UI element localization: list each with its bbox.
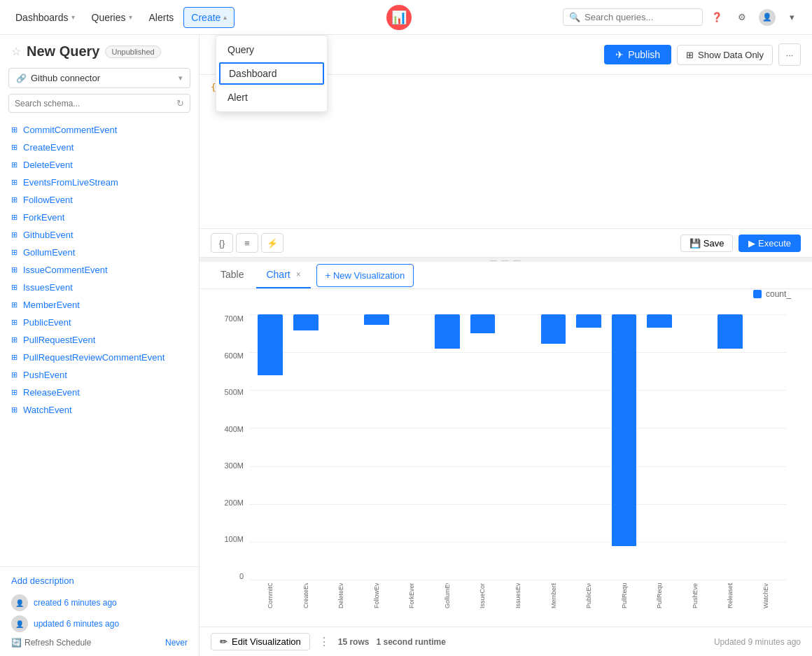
tab-new-visualization[interactable]: + New Visualization [316, 264, 414, 287]
show-data-button[interactable]: ⊞ Show Data Only [677, 45, 773, 65]
x-label: WatchEvent [750, 580, 781, 608]
y-axis-label: 500M [224, 388, 244, 396]
schema-table-icon: ⊞ [11, 405, 18, 414]
bar[interactable] [258, 314, 283, 375]
schema-item[interactable]: ⊞FollowEvent [0, 191, 199, 209]
bar[interactable] [364, 314, 389, 325]
y-axis-label: 600M [224, 351, 244, 360]
schema-search: ↻ [8, 94, 190, 113]
schema-item[interactable]: ⊞EventsFromLiveStream [0, 174, 199, 191]
user-avatar[interactable]: 👤 [756, 6, 778, 29]
nav-more-icon[interactable]: ▾ [781, 6, 804, 29]
bar[interactable] [612, 314, 637, 546]
schema-item[interactable]: ⊞IssueCommentEvent [0, 261, 199, 279]
x-label: ReleaseEvent [715, 580, 746, 608]
bar[interactable] [718, 314, 743, 349]
create-chevron-icon: ▴ [223, 13, 227, 21]
nav-create[interactable]: Create ▴ [183, 7, 234, 28]
format-button[interactable]: {} [211, 233, 233, 253]
y-axis-label: 300M [224, 461, 244, 470]
schema-table-icon: ⊞ [11, 300, 18, 309]
search-input[interactable] [584, 12, 696, 22]
nav-queries[interactable]: Queries ▾ [85, 8, 139, 27]
sidebar: ☆ New Query Unpublished 🔗 Github connect… [0, 35, 200, 656]
schema-item[interactable]: ⊞GithubEvent [0, 226, 199, 244]
refresh-schedule-btn[interactable]: 🔄 Refresh Schedule [11, 638, 91, 648]
search-icon: 🔍 [569, 12, 580, 22]
never-text[interactable]: Never [165, 638, 188, 648]
schema-table-icon: ⊞ [11, 388, 18, 397]
schema-item[interactable]: ⊞IssuesEvent [0, 279, 199, 296]
execute-button[interactable]: ▶ Execute [738, 235, 801, 252]
x-label: FollowEvent [361, 580, 393, 608]
nav-dashboards[interactable]: Dashboards ▾ [8, 8, 82, 27]
queries-chevron-icon: ▾ [129, 13, 132, 21]
x-label: CommitCommentEvent [255, 580, 286, 608]
refresh-schedule-area: 🔄 Refresh Schedule Never [11, 638, 188, 648]
edit-visualization-button[interactable]: ✏ Edit Visualization [211, 633, 310, 650]
dashboards-chevron-icon: ▾ [71, 13, 75, 21]
updated-meta: updated 6 minutes ago [34, 619, 119, 629]
user-info-updated: 👤 updated 6 minutes ago [11, 615, 188, 632]
tab-chart[interactable]: Chart × [256, 262, 310, 288]
schema-item[interactable]: ⊞PullRequestEvent [0, 331, 199, 349]
schema-table-icon: ⊞ [11, 265, 18, 274]
schema-item[interactable]: ⊞DeleteEvent [0, 156, 199, 174]
y-axis-label: 400M [224, 425, 244, 433]
schema-item[interactable]: ⊞WatchEvent [0, 401, 199, 419]
x-label: MemberEvent [538, 580, 569, 608]
footer-more-button[interactable]: ⋮ [318, 635, 330, 648]
schema-item[interactable]: ⊞GollumEvent [0, 244, 199, 261]
query-title-area: ☆ New Query Unpublished [0, 35, 199, 68]
save-button[interactable]: 💾 Save [680, 235, 734, 252]
schema-item[interactable]: ⊞CreateEvent [0, 139, 199, 156]
nav-alerts[interactable]: Alerts [142, 8, 181, 27]
menu-item-query[interactable]: Query [216, 39, 327, 61]
y-axis-label: 200M [224, 498, 244, 507]
user-avatar-created: 👤 [11, 594, 28, 611]
settings-icon[interactable]: ⚙ [731, 6, 753, 29]
bar[interactable] [293, 314, 318, 330]
header-more-button[interactable]: ··· [778, 43, 801, 66]
search-container: 🔍 [563, 8, 703, 26]
footer-updated: Updated 9 minutes ago [714, 637, 801, 647]
schema-table-icon: ⊞ [11, 353, 18, 362]
publish-button[interactable]: ✈ Publish [604, 45, 671, 64]
sidebar-footer: Add description 👤 created 6 minutes ago … [0, 566, 199, 656]
bar-wrapper [715, 314, 746, 580]
chart-tab-close-icon[interactable]: × [296, 270, 301, 279]
schema-item[interactable]: ⊞PullRequestReviewCommentEvent [0, 349, 199, 366]
schema-item[interactable]: ⊞PushEvent [0, 366, 199, 384]
help-icon[interactable]: ❓ [706, 6, 728, 29]
tab-table[interactable]: Table [211, 262, 253, 288]
schema-item[interactable]: ⊞ForkEvent [0, 209, 199, 226]
y-axis-label: 0 [239, 572, 244, 580]
bar[interactable] [647, 314, 672, 328]
schema-item[interactable]: ⊞CommitCommentEvent [0, 121, 199, 139]
schema-table-icon: ⊞ [11, 248, 18, 257]
schema-item[interactable]: ⊞PublicEvent [0, 314, 199, 331]
schema-table-icon: ⊞ [11, 370, 18, 379]
schema-item[interactable]: ⊞ReleaseEvent [0, 384, 199, 401]
toolbar-right: 💾 Save ▶ Execute [680, 235, 801, 252]
footer-rows-info: 15 rows 1 second runtime [338, 637, 446, 647]
menu-item-alert[interactable]: Alert [216, 86, 327, 109]
bar-wrapper [644, 314, 676, 580]
schema-refresh-icon[interactable]: ↻ [176, 98, 184, 109]
star-icon[interactable]: ☆ [11, 45, 21, 58]
bar[interactable] [541, 314, 566, 344]
connector-select[interactable]: 🔗 Github connector ▾ [8, 68, 190, 88]
bar[interactable] [470, 314, 496, 333]
lightning-button[interactable]: ⚡ [261, 233, 284, 253]
schema-search-input[interactable] [15, 99, 172, 109]
add-description[interactable]: Add description [11, 575, 188, 586]
schema-item[interactable]: ⊞MemberEvent [0, 296, 199, 314]
legend-label: count_ [766, 289, 791, 299]
bar-wrapper [503, 314, 534, 580]
list-button[interactable]: ≡ [236, 233, 258, 253]
x-label: PullRequestEvent [608, 580, 640, 608]
bar[interactable] [576, 314, 601, 328]
bar[interactable] [435, 314, 460, 349]
menu-item-dashboard[interactable]: Dashboard [219, 62, 324, 85]
x-label: GollumEvent [432, 580, 463, 608]
